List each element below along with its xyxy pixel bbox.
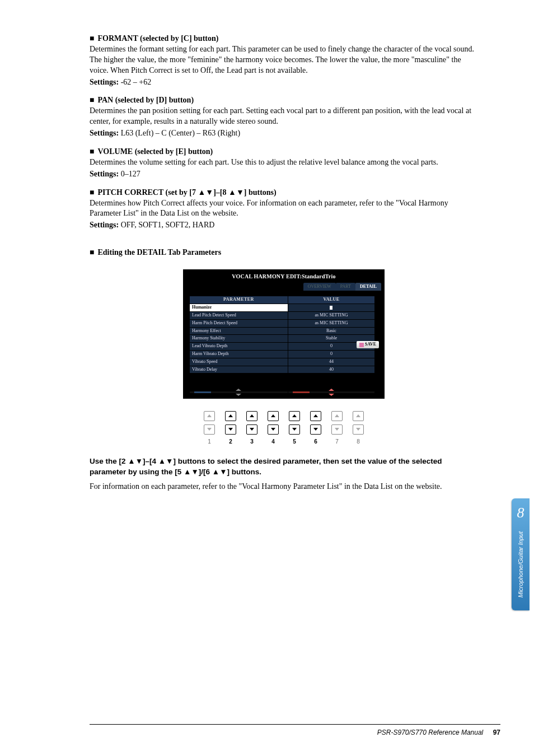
save-icon bbox=[359, 343, 364, 347]
pitch-settings-label: Settings: bbox=[90, 221, 119, 229]
down-button-2[interactable] bbox=[225, 424, 236, 435]
param-scroll-track[interactable] bbox=[190, 391, 288, 393]
value-cell: 44 bbox=[288, 358, 375, 366]
pan-settings-value: L63 (Left) – C (Center) – R63 (Right) bbox=[119, 129, 240, 137]
up-button-1 bbox=[204, 411, 215, 421]
section-pan: ■ PAN (selected by [D] button) Determine… bbox=[90, 95, 478, 139]
button-column-7: 7 bbox=[331, 411, 343, 446]
pan-settings-label: Settings: bbox=[90, 129, 119, 137]
param-cell: Harmony Stability bbox=[190, 335, 288, 342]
up-button-8 bbox=[353, 411, 364, 421]
table-row[interactable]: Humanize bbox=[190, 304, 378, 311]
param-cell: Vibrato Delay bbox=[190, 366, 288, 374]
detail-heading: Editing the DETAIL Tab Parameters bbox=[97, 248, 221, 258]
param-cell: Vibrato Speed bbox=[190, 358, 288, 366]
screenshot-wrapper: VOCAL HARMONY EDIT:StandardTrio OVERVIEW… bbox=[90, 269, 478, 399]
button-number-label: 7 bbox=[335, 438, 339, 446]
tab-part[interactable]: PART bbox=[336, 283, 355, 291]
param-cell: Harm Pitch Detect Speed bbox=[190, 320, 288, 327]
screenshot-title: VOCAL HARMONY EDIT:StandardTrio bbox=[186, 273, 381, 281]
down-arrow-icon bbox=[236, 394, 241, 396]
down-button-5[interactable] bbox=[289, 424, 300, 435]
up-button-4[interactable] bbox=[268, 411, 279, 421]
value-cell: as MIC SETTING bbox=[288, 312, 375, 319]
table-row[interactable]: Vibrato Speed44 bbox=[190, 358, 378, 366]
up-button-6[interactable] bbox=[310, 411, 321, 421]
bullet-icon: ■ bbox=[90, 248, 94, 258]
instruction-heading: Use the [2 ▲▼]–[4 ▲▼] buttons to select … bbox=[90, 456, 478, 477]
param-cell: Harmony Effect bbox=[190, 328, 288, 335]
down-button-1 bbox=[204, 424, 215, 435]
volume-settings-label: Settings: bbox=[90, 170, 119, 178]
section-formant: ■ FORMANT (selected by [C] button) Deter… bbox=[90, 34, 478, 87]
bullet-icon: ■ bbox=[90, 34, 94, 44]
col-header-value: VALUE bbox=[288, 296, 375, 304]
instruction-body: For information on each parameter, refer… bbox=[90, 482, 478, 492]
button-number-label: 6 bbox=[314, 438, 317, 446]
page-number: 97 bbox=[493, 729, 500, 736]
pitch-heading: PITCH CORRECT (set by [7 ▲▼]–[8 ▲▼] butt… bbox=[97, 188, 276, 198]
table-row[interactable]: Harm Vibrato Depth0 bbox=[190, 351, 378, 358]
value-cell bbox=[288, 304, 375, 311]
up-button-3[interactable] bbox=[246, 411, 257, 421]
chapter-sidetab: 8 Microphone/Guitar Input bbox=[512, 498, 530, 610]
formant-body: Determines the formant setting for each … bbox=[90, 44, 478, 76]
table-row[interactable]: Harm Pitch Detect Speedas MIC SETTING bbox=[190, 320, 378, 327]
section-volume: ■ VOLUME (selected by [E] button) Determ… bbox=[90, 147, 478, 180]
save-label: SAVE bbox=[365, 342, 376, 348]
tab-overview[interactable]: OVERVIEW bbox=[303, 283, 336, 291]
button-column-2: 2 bbox=[225, 411, 236, 446]
down-arrow-icon bbox=[329, 394, 334, 396]
table-row[interactable]: Harmony StabilityStable bbox=[190, 335, 378, 342]
param-cell: Lead Pitch Detect Speed bbox=[190, 312, 288, 319]
down-button-6[interactable] bbox=[310, 424, 321, 435]
param-cell: Humanize bbox=[190, 304, 288, 311]
tab-detail[interactable]: DETAIL bbox=[355, 283, 381, 291]
up-button-2[interactable] bbox=[225, 411, 236, 421]
value-scroll-track[interactable] bbox=[288, 391, 375, 393]
button-strip: 12345678 bbox=[90, 410, 478, 445]
pan-body: Determines the pan position setting for … bbox=[90, 106, 478, 127]
formant-heading: FORMANT (selected by [C] button) bbox=[97, 34, 218, 44]
formant-settings-label: Settings: bbox=[90, 78, 119, 86]
value-cell: as MIC SETTING bbox=[288, 320, 375, 327]
up-arrow-icon bbox=[236, 389, 241, 391]
button-number-label: 8 bbox=[357, 438, 360, 446]
volume-heading: VOLUME (selected by [E] button) bbox=[97, 147, 213, 157]
button-column-4: 4 bbox=[268, 411, 279, 446]
pan-heading: PAN (selected by [D] button) bbox=[97, 95, 194, 106]
table-row[interactable]: Lead Vibrato Depth0 bbox=[190, 343, 378, 350]
table-row[interactable]: Vibrato Delay40 bbox=[190, 366, 378, 374]
button-number-label: 2 bbox=[229, 438, 232, 446]
bullet-icon: ■ bbox=[90, 95, 94, 106]
save-button[interactable]: SAVE bbox=[357, 341, 379, 348]
formant-settings-value: -62 – +62 bbox=[119, 78, 151, 86]
detail-heading-row: ■ Editing the DETAIL Tab Parameters bbox=[90, 248, 478, 258]
bullet-icon: ■ bbox=[90, 188, 94, 198]
down-button-7 bbox=[331, 424, 343, 435]
value-cell: 40 bbox=[288, 366, 375, 374]
up-button-7 bbox=[331, 411, 343, 421]
page-footer: PSR-S970/S770 Reference Manual 97 bbox=[90, 724, 500, 737]
down-button-8 bbox=[353, 424, 364, 435]
col-header-parameter: PARAMETER bbox=[190, 296, 288, 304]
table-row[interactable]: Lead Pitch Detect Speedas MIC SETTING bbox=[190, 312, 378, 319]
section-pitch: ■ PITCH CORRECT (set by [7 ▲▼]–[8 ▲▼] bu… bbox=[90, 188, 478, 231]
up-arrow-icon bbox=[329, 389, 334, 391]
volume-settings-value: 0–127 bbox=[119, 170, 140, 178]
chapter-label: Microphone/Guitar Input bbox=[517, 531, 525, 598]
chapter-number: 8 bbox=[512, 503, 530, 522]
screenshot-panel: VOCAL HARMONY EDIT:StandardTrio OVERVIEW… bbox=[183, 269, 385, 399]
up-button-5[interactable] bbox=[289, 411, 300, 421]
button-column-1: 1 bbox=[204, 411, 215, 446]
screenshot-table: PARAMETER VALUE HumanizeLead Pitch Detec… bbox=[186, 296, 381, 393]
down-button-4[interactable] bbox=[268, 424, 279, 435]
button-column-3: 3 bbox=[246, 411, 257, 446]
table-row[interactable]: Harmony EffectBasic bbox=[190, 328, 378, 335]
value-cell: 0 bbox=[288, 351, 375, 358]
down-button-3[interactable] bbox=[246, 424, 257, 435]
pitch-body: Determines how Pitch Correct affects you… bbox=[90, 198, 478, 220]
value-cell: Basic bbox=[288, 328, 375, 335]
bullet-icon: ■ bbox=[90, 147, 94, 157]
button-column-5: 5 bbox=[289, 411, 300, 446]
